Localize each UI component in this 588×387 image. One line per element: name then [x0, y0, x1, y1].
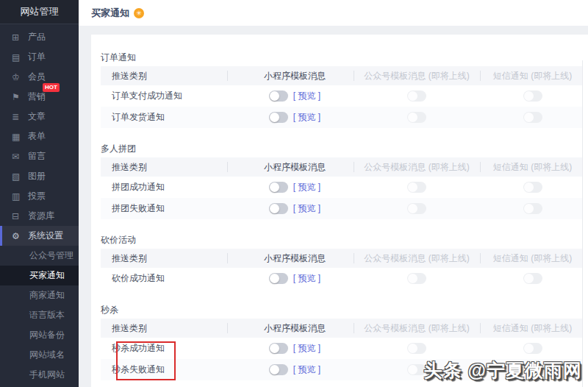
column-header-official-account: 公众号模板消息 (即将上线)	[354, 157, 480, 177]
sms-toggle	[523, 203, 542, 214]
preview-link[interactable]: [ 预览 ]	[293, 181, 320, 194]
toggle-knob	[408, 113, 417, 122]
sidebar: 网站管理 ⊞ 产品 ▤ 订单 ♔ 会员 ⚑ 营销 HOT ≣ 文章	[0, 0, 79, 387]
sidebar-item-marketing[interactable]: ⚑ 营销 HOT	[0, 87, 79, 107]
column-header-sms: 短信通知 (即将上线)	[480, 66, 585, 85]
page-title: 买家通知	[91, 7, 129, 20]
sidebar-item-forms[interactable]: ▦ 表单	[0, 127, 79, 146]
row-label: 秒杀成功通知	[101, 338, 227, 359]
preview-link[interactable]: [ 预览 ]	[293, 111, 320, 124]
toggle-knob	[408, 204, 417, 213]
column-header-miniprogram: 小程序模板消息	[227, 157, 354, 177]
toggle-knob	[270, 204, 279, 213]
sidebar-item-members[interactable]: ♔ 会员	[0, 67, 79, 87]
miniprogram-toggle[interactable]	[269, 343, 288, 354]
table-header-row: 推送类别 小程序模板消息 公众号模板消息 (即将上线) 短信通知 (即将上线)	[101, 157, 585, 177]
settings-card: 订单通知 推送类别 小程序模板消息 公众号模板消息 (即将上线) 短信通知 (即…	[91, 35, 588, 387]
toggle-knob	[524, 182, 534, 192]
sidebar-subitem-official-account[interactable]: 公众号管理	[0, 246, 79, 266]
sidebar-item-messages[interactable]: ✉ 留言	[0, 146, 79, 166]
sms-toggle	[523, 343, 542, 354]
preview-link[interactable]: [ 预览 ]	[293, 363, 320, 376]
order-list-icon: ▤	[12, 52, 28, 63]
toggle-knob	[408, 91, 417, 101]
toggle-knob	[524, 113, 534, 122]
sidebar-item-label: 投票	[28, 190, 46, 202]
table-row: 砍价成功通知 [ 预览 ]	[101, 268, 585, 289]
toggle-knob	[270, 182, 279, 192]
table-header-row: 推送类别 小程序模板消息 公众号模板消息 (即将上线) 短信通知 (即将上线)	[101, 249, 585, 268]
sidebar-item-label: 表单	[28, 130, 46, 143]
row-label: 拼团成功通知	[101, 177, 227, 198]
column-header-miniprogram: 小程序模板消息	[227, 319, 354, 338]
message-bubble-icon: ✉	[12, 152, 28, 162]
preview-link[interactable]: [ 预览 ]	[293, 90, 320, 102]
section-title-bargain: 砍价活动	[101, 234, 579, 246]
page-header: 买家通知 ✳	[79, 0, 588, 26]
sidebar-item-votes[interactable]: ▥ 投票	[0, 186, 79, 206]
sms-toggle	[523, 90, 542, 102]
sidebar-title: 网站管理	[0, 0, 79, 24]
toggle-knob	[270, 274, 279, 283]
row-label: 订单支付成功通知	[101, 85, 227, 107]
toggle-knob	[408, 274, 417, 283]
column-header-category: 推送类别	[101, 249, 227, 268]
column-header-category: 推送类别	[101, 66, 227, 85]
app-window: 网站管理 ⊞ 产品 ▤ 订单 ♔ 会员 ⚑ 营销 HOT ≣ 文章	[0, 0, 588, 387]
groupbuy-notification-table: 推送类别 小程序模板消息 公众号模板消息 (即将上线) 短信通知 (即将上线) …	[101, 157, 585, 219]
member-crown-icon: ♔	[12, 72, 28, 82]
column-header-official-account: 公众号模板消息 (即将上线)	[354, 319, 480, 338]
form-icon: ▦	[12, 132, 28, 142]
sidebar-item-system-settings[interactable]: ⚙ 系统设置	[0, 226, 79, 246]
sidebar-item-label: 系统设置	[28, 230, 63, 242]
order-notification-table: 推送类别 小程序模板消息 公众号模板消息 (即将上线) 短信通知 (即将上线) …	[101, 66, 585, 128]
sidebar-item-products[interactable]: ⊞ 产品	[0, 27, 79, 47]
scrollbar-track[interactable]	[582, 60, 588, 387]
sms-toggle	[523, 273, 542, 284]
sms-toggle	[523, 182, 542, 193]
sidebar-item-articles[interactable]: ≣ 文章	[0, 107, 79, 127]
preview-link[interactable]: [ 预览 ]	[293, 202, 320, 215]
sidebar-item-label: 营销	[28, 90, 46, 103]
column-header-sms: 短信通知 (即将上线)	[480, 319, 585, 338]
column-header-sms: 短信通知 (即将上线)	[480, 249, 585, 268]
miniprogram-toggle[interactable]	[269, 90, 288, 102]
promo-badge-icon[interactable]: ✳	[134, 8, 144, 18]
miniprogram-toggle[interactable]	[269, 182, 288, 193]
sidebar-item-gallery[interactable]: ▧ 图册	[0, 166, 79, 186]
sidebar-item-resources[interactable]: ⊟ 资源库	[0, 206, 79, 226]
table-row: 订单发货通知 [ 预览 ]	[101, 107, 585, 128]
official-account-toggle	[407, 343, 426, 354]
sidebar-subitem-site-domain[interactable]: 网站域名	[0, 345, 79, 365]
sidebar-subitem-site-backup[interactable]: 网站备份	[0, 325, 79, 345]
miniprogram-toggle[interactable]	[269, 203, 288, 214]
miniprogram-toggle[interactable]	[269, 112, 288, 123]
toggle-knob	[270, 365, 279, 374]
sidebar-item-label: 图册	[28, 170, 46, 182]
sidebar-subitem-mobile-site[interactable]: 手机网站	[0, 365, 79, 385]
toggle-knob	[270, 91, 279, 101]
section-title-flashsale: 秒杀	[101, 304, 579, 316]
sidebar-subitem-merchant-notification[interactable]: 商家通知	[0, 285, 79, 305]
table-row: 订单支付成功通知 [ 预览 ]	[101, 85, 585, 107]
column-header-official-account: 公众号模板消息 (即将上线)	[354, 249, 480, 268]
row-label: 砍价成功通知	[101, 268, 227, 289]
sidebar-subitem-language-version[interactable]: 语言版本	[0, 305, 79, 325]
table-row: 拼团失败通知 [ 预览 ]	[101, 198, 585, 219]
resource-library-icon: ⊟	[12, 211, 28, 221]
toggle-knob	[524, 344, 534, 353]
preview-link[interactable]: [ 预览 ]	[293, 342, 320, 355]
official-account-toggle	[407, 90, 426, 102]
official-account-toggle	[407, 273, 426, 284]
sidebar-item-orders[interactable]: ▤ 订单	[0, 47, 79, 67]
sidebar-subitem-buyer-notification[interactable]: 买家通知	[0, 266, 79, 285]
watermark: 头条 @宁夏微雨网	[424, 358, 582, 383]
miniprogram-toggle[interactable]	[269, 273, 288, 284]
toggle-knob	[408, 365, 417, 374]
table-header-row: 推送类别 小程序模板消息 公众号模板消息 (即将上线) 短信通知 (即将上线)	[101, 319, 585, 338]
row-label: 拼团失败通知	[101, 198, 227, 219]
row-label: 订单发货通知	[101, 107, 227, 128]
miniprogram-toggle[interactable]	[269, 364, 288, 375]
preview-link[interactable]: [ 预览 ]	[293, 272, 320, 285]
column-header-sms: 短信通知 (即将上线)	[480, 157, 585, 177]
